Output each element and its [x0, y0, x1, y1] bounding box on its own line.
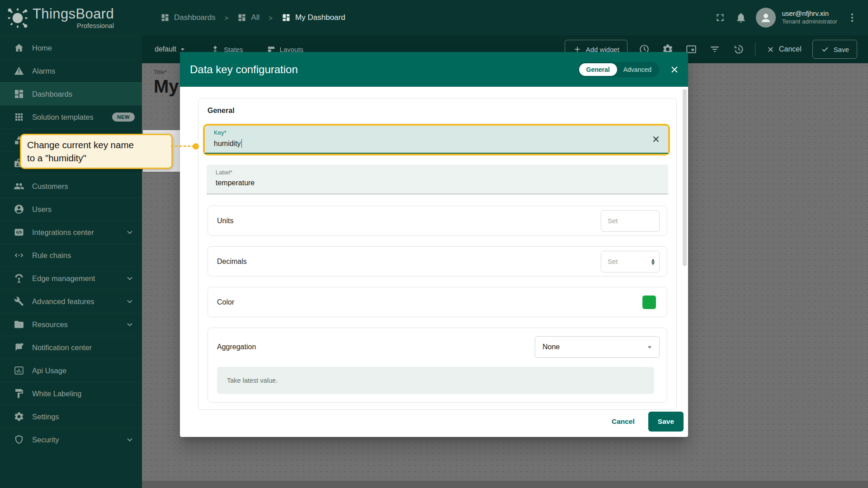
- dialog-close-icon[interactable]: [669, 64, 680, 75]
- sidebar-item-alarms[interactable]: Alarms: [0, 59, 142, 82]
- dashboard-icon: [160, 13, 170, 22]
- sidebar-item-label: Rule chains: [32, 251, 71, 260]
- sidebar-item-home[interactable]: Home: [0, 36, 142, 59]
- cancel-button[interactable]: Cancel: [602, 413, 645, 430]
- sidebar-item-settings[interactable]: Settings: [0, 405, 142, 428]
- sidebar-item-label: Alarms: [32, 67, 55, 75]
- filter-icon[interactable]: [709, 43, 721, 55]
- data-key-configuration-dialog: Data key configuration General Advanced …: [180, 52, 688, 437]
- annotation-connector-dot: [193, 143, 199, 150]
- label-input-label: Label*: [216, 169, 660, 176]
- sidebar-item-integrations-center[interactable]: Integrations center: [0, 221, 142, 244]
- sidebar-item-resources[interactable]: Resources: [0, 313, 142, 336]
- users-icon: [14, 204, 24, 215]
- key-field-highlight: Key* humidity: [203, 124, 670, 155]
- sidebar-item-advanced-features[interactable]: Advanced features: [0, 290, 142, 313]
- avatar[interactable]: [756, 8, 776, 28]
- units-label: Units: [217, 217, 233, 225]
- general-advanced-toggle: General Advanced: [578, 62, 659, 77]
- sidebar-item-users[interactable]: Users: [0, 197, 142, 221]
- sidebar-item-security[interactable]: Security: [0, 428, 142, 451]
- key-input-label: Key*: [214, 129, 660, 136]
- color-swatch[interactable]: [642, 296, 656, 309]
- breadcrumb-separator: >: [225, 14, 229, 22]
- security-icon: [14, 434, 24, 445]
- clear-key-icon[interactable]: [651, 134, 661, 144]
- thingsboard-logo-icon: [5, 6, 30, 30]
- dashboard-title-value[interactable]: My: [154, 76, 179, 97]
- dashboard-title-block: Title* My: [154, 69, 179, 97]
- edit-cancel-button[interactable]: Cancel: [766, 45, 802, 54]
- color-row: Color: [208, 287, 667, 317]
- sidebar-item-label: Advanced features: [32, 297, 94, 306]
- dashboard-icon: [237, 13, 246, 22]
- fullscreen-icon[interactable]: [714, 12, 726, 23]
- aggregation-hint: Take latest value.: [217, 367, 654, 394]
- app-name: ThingsBoard: [33, 7, 114, 21]
- tab-advanced[interactable]: Advanced: [617, 66, 658, 73]
- sidebar-item-label: Home: [32, 44, 52, 52]
- annotation-line-1: Change current key name: [27, 138, 165, 151]
- general-section-card: General Key* humidity Label* temperature…: [198, 98, 677, 410]
- chevron-down-icon: [125, 296, 135, 306]
- decimals-input[interactable]: Set ▲▼: [601, 251, 660, 272]
- aggregation-select[interactable]: None: [535, 336, 660, 358]
- kebab-menu-icon[interactable]: [846, 12, 858, 23]
- section-title: General: [208, 107, 667, 115]
- sidebar-item-white-labeling[interactable]: White Labeling: [0, 382, 142, 405]
- dialog-title: Data key configuration: [190, 63, 298, 76]
- settings-icon: [14, 411, 24, 422]
- label-input[interactable]: Label* temperature: [207, 164, 668, 194]
- units-placeholder: Set: [608, 217, 618, 225]
- sidebar-item-label: Edge management: [32, 274, 95, 283]
- edit-save-label: Save: [834, 46, 849, 53]
- sidebar-item-customers[interactable]: Customers: [0, 174, 142, 197]
- app-logo[interactable]: ThingsBoard Professional: [0, 0, 142, 36]
- breadcrumb-item[interactable]: Dashboards: [160, 13, 216, 22]
- sidebar-item-notification-center[interactable]: Notification center: [0, 336, 142, 359]
- dropdown-arrow-icon: [645, 342, 655, 352]
- decimals-label: Decimals: [217, 258, 247, 266]
- edit-save-button[interactable]: Save: [812, 40, 857, 59]
- sidebar-item-label: Users: [32, 205, 52, 214]
- canvas-bottom-strip: [142, 481, 868, 488]
- aggregation-card: Aggregation None Take latest value.: [208, 328, 667, 403]
- label-input-value: temperature: [216, 179, 660, 187]
- sidebar-item-solution-templates[interactable]: Solution templatesNEW: [0, 105, 142, 128]
- resources-icon: [14, 319, 24, 330]
- sidebar-item-label: Resources: [32, 320, 68, 329]
- breadcrumb: Dashboards>All>My Dashboard: [160, 13, 345, 22]
- chevron-down-icon: [125, 227, 135, 237]
- sidebar-item-edge-management[interactable]: Edge management: [0, 267, 142, 290]
- sidebar-item-rule-chains[interactable]: Rule chains: [0, 244, 142, 267]
- breadcrumb-item[interactable]: All: [237, 13, 259, 22]
- color-label: Color: [217, 298, 234, 306]
- decimals-stepper[interactable]: ▲▼: [651, 258, 655, 265]
- edit-cancel-label: Cancel: [779, 45, 802, 53]
- advanced-features-icon: [14, 296, 24, 307]
- annotation-connector-line: [171, 145, 194, 147]
- save-button[interactable]: Save: [648, 412, 684, 432]
- dialog-body: General Key* humidity Label* temperature…: [180, 87, 688, 411]
- edge-management-icon: [14, 273, 24, 284]
- sidebar-item-api-usage[interactable]: Api Usage: [0, 359, 142, 382]
- sidebar-item-dashboards[interactable]: Dashboards: [0, 82, 142, 105]
- sidebar-item-label: Notification center: [32, 343, 92, 352]
- text-cursor: [241, 139, 242, 148]
- app-edition: Professional: [33, 22, 114, 29]
- notifications-bell-icon[interactable]: [735, 12, 747, 23]
- customers-icon: [14, 181, 24, 192]
- units-input[interactable]: Set: [601, 210, 660, 232]
- dialog-scrollbar[interactable]: [683, 89, 687, 266]
- top-header: Dashboards>All>My Dashboard user@nfjhrv.…: [142, 0, 868, 35]
- history-icon[interactable]: [732, 43, 744, 55]
- sidebar-item-label: Security: [32, 436, 59, 444]
- sidebar-item-label: White Labeling: [32, 389, 81, 398]
- breadcrumb-item[interactable]: My Dashboard: [282, 13, 345, 22]
- tab-general[interactable]: General: [579, 63, 617, 76]
- alarms-icon: [14, 66, 24, 76]
- dashboard-title-label: Title*: [154, 69, 179, 75]
- sidebar-item-label: Settings: [32, 413, 59, 421]
- sidebar-item-label: Dashboards: [32, 90, 72, 99]
- key-input[interactable]: Key* humidity: [205, 126, 668, 154]
